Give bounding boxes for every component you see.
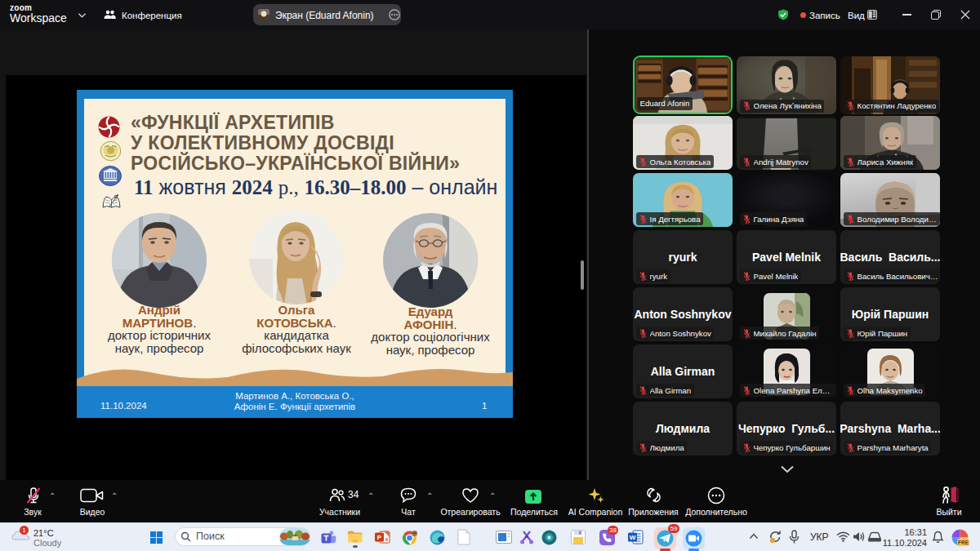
svg-text:W: W	[630, 534, 636, 541]
svg-text:P: P	[377, 534, 382, 541]
svg-text:FRE: FRE	[958, 540, 969, 545]
